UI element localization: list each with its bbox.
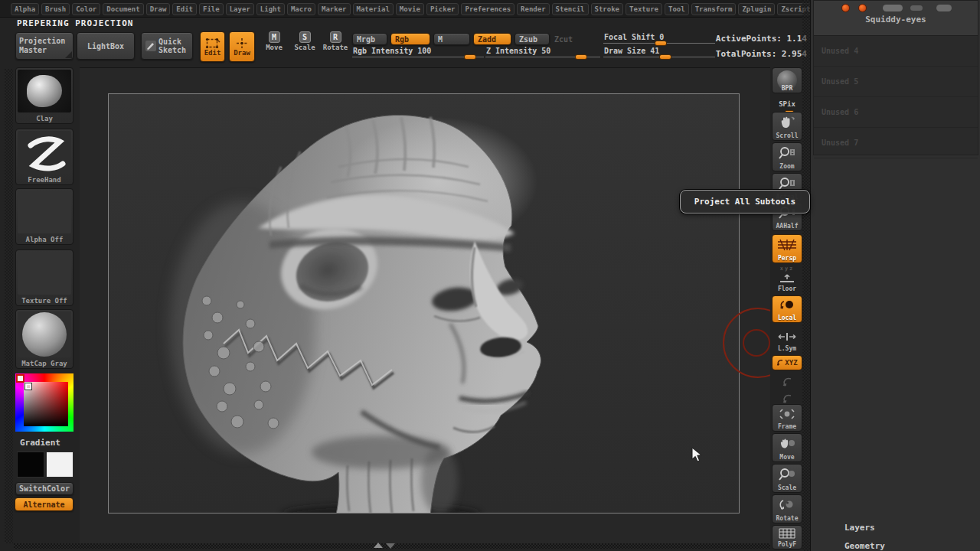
document-area[interactable] — [108, 93, 740, 514]
menu-item[interactable]: Layer — [226, 3, 254, 15]
menu-item[interactable]: Color — [72, 3, 100, 15]
lightbox-button[interactable]: LightBox — [77, 32, 135, 60]
draw-button[interactable]: Draw — [229, 31, 255, 62]
menu-item[interactable]: Marker — [318, 3, 351, 15]
menu-item[interactable]: Brush — [41, 3, 70, 15]
alternate-button[interactable]: Alternate — [15, 497, 74, 511]
polyframe-button[interactable]: PolyF — [772, 525, 802, 549]
color-picker[interactable] — [15, 373, 74, 432]
menu-item[interactable]: Tool — [665, 3, 689, 15]
tray-up-arrow-icon[interactable] — [374, 543, 383, 548]
menu-item[interactable]: Transform — [691, 3, 737, 15]
z-intensity-slider[interactable]: Z Intensity 50 — [485, 47, 600, 58]
right-tray-divider[interactable] — [802, 0, 810, 551]
main-color-swatch[interactable] — [17, 452, 44, 478]
m-button[interactable]: M — [433, 33, 470, 45]
status-text: PREPERING PROJECTION — [17, 18, 133, 28]
brush-cursor-inner-ring — [743, 329, 770, 357]
scale-mode-button[interactable]: S Scale — [292, 31, 318, 62]
subtool-list: Squiddy-eyes Unused 4Unused 5Unused 6Unu… — [813, 0, 978, 155]
fold-corner-icon — [65, 51, 72, 58]
lsym-button[interactable]: L.Sym — [772, 328, 802, 354]
bpr-button[interactable]: BPR — [772, 67, 802, 93]
local-button[interactable]: Local — [772, 295, 802, 323]
texture-off-thumbnail — [18, 252, 71, 295]
active-points-readout: ActivePoints: 1.14 — [704, 34, 807, 44]
zcut-button[interactable]: Zcut — [554, 35, 573, 44]
subtool-item-unused[interactable]: Unused 5 — [814, 67, 978, 97]
menu-item[interactable]: Stroke — [591, 3, 624, 15]
rotate-button[interactable]: Rotate — [772, 494, 802, 523]
zoom-button[interactable]: Zoom — [772, 142, 802, 171]
mouse-cursor-icon — [691, 447, 702, 462]
rotate-arc-icon — [776, 359, 784, 367]
current-brush-tile[interactable]: Clay — [15, 67, 74, 124]
left-tray-divider[interactable] — [5, 69, 13, 543]
menu-item[interactable]: Light — [256, 3, 285, 15]
menu-item[interactable]: Texture — [626, 3, 662, 15]
draw-size-slider[interactable]: Draw Size 41 — [603, 47, 715, 58]
subtool-item-active[interactable]: Squiddy-eyes — [814, 1, 978, 36]
zbrush-app: { "colors":{"accent_orange":"#ee8b1c","c… — [0, 0, 980, 551]
focal-shift-slider[interactable]: Focal Shift 0 — [603, 33, 715, 44]
rgb-button[interactable]: Rgb — [390, 33, 430, 45]
menu-item[interactable]: Movie — [396, 3, 424, 15]
subtool-brush-icon — [910, 5, 923, 11]
current-texture-tile[interactable]: Texture Off — [15, 249, 74, 306]
subtool-item-unused[interactable]: Unused 4 — [814, 36, 978, 67]
magnifier-sphere-icon — [773, 465, 802, 484]
pencil-icon — [145, 40, 157, 52]
current-material-tile[interactable]: MatCap Gray — [15, 309, 74, 369]
projection-master-button[interactable]: Projection Master — [15, 32, 74, 60]
rotate-y-icon[interactable] — [772, 373, 802, 389]
recent-color-swatch[interactable] — [16, 374, 24, 383]
persp-button[interactable]: Persp — [772, 234, 802, 263]
scale-badge-icon: S — [299, 31, 311, 43]
subtool-eye2-icon[interactable] — [858, 4, 867, 12]
layers-section-header[interactable]: Layers — [844, 523, 875, 533]
xyz-button[interactable]: XYZ — [772, 355, 802, 370]
rotate-mode-button[interactable]: R Rotate — [322, 31, 348, 62]
menu-item[interactable]: Draw — [146, 3, 171, 15]
quick-sketch-button[interactable]: Quick Sketch — [141, 32, 193, 60]
menu-item[interactable]: Macro — [287, 3, 315, 15]
zadd-button[interactable]: Zadd — [473, 33, 511, 45]
frame-button[interactable]: Frame — [772, 404, 802, 432]
rgb-intensity-slider[interactable]: Rgb Intensity 100 — [352, 47, 484, 58]
subtool-eye-icon[interactable] — [841, 4, 850, 12]
menu-item[interactable]: Preferences — [461, 3, 514, 15]
floor-button[interactable]: xyz Floor — [772, 265, 802, 294]
menu-item[interactable]: Alpha — [11, 3, 39, 15]
edit-button[interactable]: Edit — [200, 31, 225, 62]
spix-slider[interactable]: SPix — [772, 95, 802, 110]
frame-brackets-icon — [773, 405, 802, 423]
switch-color-button[interactable]: SwitchColor — [15, 482, 74, 495]
menu-item[interactable]: Document — [103, 3, 143, 15]
menu-item[interactable]: Render — [517, 3, 550, 15]
floor-arrow-icon — [773, 272, 802, 285]
tray-down-arrow-icon[interactable] — [386, 543, 395, 549]
geometry-section-header[interactable]: Geometry — [844, 541, 885, 551]
secondary-color-swatch[interactable] — [46, 452, 74, 478]
menu-item[interactable]: Picker — [426, 3, 459, 15]
hand-sphere-icon — [773, 434, 802, 454]
menu-item[interactable]: File — [199, 3, 224, 15]
zsub-button[interactable]: Zsub — [514, 33, 550, 45]
canvas-viewport[interactable] — [80, 67, 770, 543]
mrgb-button[interactable]: Mrgb — [352, 33, 387, 45]
current-alpha-tile[interactable]: Alpha Off — [15, 188, 74, 245]
menu-item[interactable]: Zplugin — [738, 3, 775, 15]
scroll-button[interactable]: Scroll — [772, 112, 802, 141]
current-stroke-tile[interactable]: FreeHand — [15, 129, 74, 185]
move-mode-button[interactable]: M Move — [261, 31, 287, 62]
subtool-item-unused[interactable]: Unused 7 — [814, 128, 978, 158]
bottom-tray-divider[interactable] — [14, 543, 770, 549]
move-button[interactable]: Move — [772, 433, 802, 462]
menu-item[interactable]: Edit — [172, 3, 197, 15]
rotate-z-icon[interactable] — [772, 390, 802, 406]
menu-item[interactable]: Stencil — [552, 3, 589, 15]
menu-item[interactable]: Material — [353, 3, 394, 15]
scale-button[interactable]: Scale — [772, 464, 802, 493]
subtool-item-unused[interactable]: Unused 6 — [814, 97, 978, 128]
gradient-label[interactable]: Gradient — [20, 438, 60, 448]
